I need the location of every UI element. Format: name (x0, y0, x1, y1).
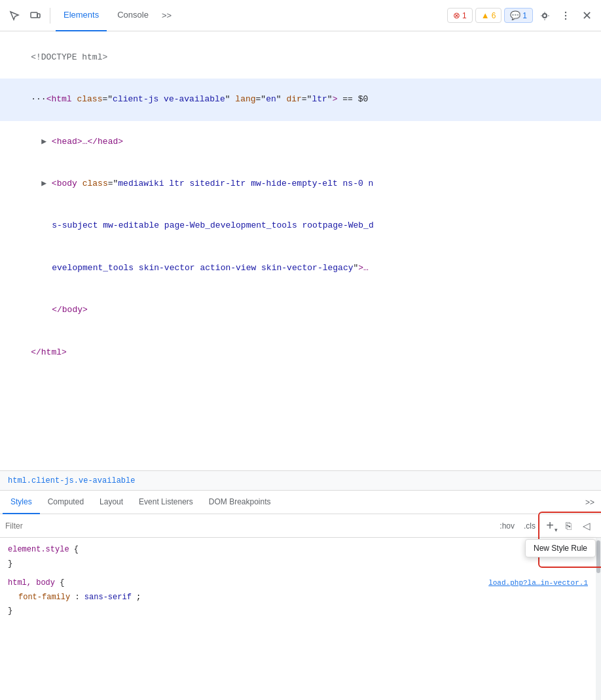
error-count: 1 (462, 11, 467, 20)
add-new-rule-button[interactable]: + ▾ (541, 517, 559, 535)
dom-html-line[interactable]: ···<html class="client-js ve-available" … (0, 79, 601, 120)
tab-layout[interactable]: Layout (92, 491, 131, 514)
dom-html-close-line[interactable]: </html> (0, 332, 601, 374)
head-expand-arrow[interactable]: ▶ (41, 137, 46, 147)
filter-bar: :hov .cls + ▾ ⎘ ◁ New Style Rule (0, 514, 601, 538)
svg-rect-0 (31, 12, 37, 18)
dom-head-line[interactable]: ▶ <head>…</head> (0, 121, 601, 163)
scrollbar-thumb[interactable] (596, 540, 600, 573)
tab-dom-breakpoints[interactable]: DOM Breakpoints (201, 491, 279, 514)
css-rule-html-body-close: } (8, 604, 588, 619)
toolbar-divider (50, 8, 50, 24)
close-icon: ✕ (582, 9, 592, 23)
css-property-font-family[interactable]: font-family : sans-serif ; (8, 591, 588, 605)
copy-styles-button[interactable]: ⎘ (559, 517, 577, 535)
css-rules-container: element.style { } html, body { load. (0, 538, 596, 629)
tab-console[interactable]: Console (109, 0, 156, 31)
warning-badge[interactable]: ▲ 6 (475, 8, 502, 23)
dom-body-line-1[interactable]: ▶ <body class="mediawiki ltr sitedir-ltr… (0, 163, 601, 205)
css-rule-selector-line[interactable]: element.style { (8, 543, 588, 557)
css-rule-close-line: } (8, 557, 588, 572)
error-badge[interactable]: ⊗ 1 (447, 8, 473, 23)
info-count: 1 (522, 11, 527, 20)
css-rule-element-style: element.style { } (8, 543, 588, 571)
warning-count: 6 (492, 11, 496, 20)
breadcrumb-text[interactable]: html.client-js.ve-available (8, 476, 135, 485)
more-tabs-button[interactable]: >> (159, 7, 174, 24)
toggle-element-state-button[interactable]: ◁ (577, 517, 596, 535)
close-devtools-button[interactable]: ✕ (577, 7, 596, 25)
styles-panel: Styles Computed Layout Event Listeners D… (0, 491, 601, 700)
tab-event-listeners[interactable]: Event Listeners (131, 491, 201, 514)
plus-sub-icon: ▾ (555, 527, 558, 533)
warning-icon: ▲ (481, 10, 490, 20)
dom-panel: <!DOCTYPE html> ···<html class="client-j… (0, 31, 601, 471)
filter-actions: :hov .cls + ▾ ⎘ ◁ New Style Rule (496, 517, 596, 535)
tab-styles[interactable]: Styles (3, 491, 40, 514)
svg-point-2 (565, 11, 566, 12)
dom-doctype-line: <!DOCTYPE html> (0, 37, 601, 79)
css-rule-html-body: html, body { load.php?la…in-vector.1 fon… (8, 576, 588, 619)
css-rule-html-body-selector-line[interactable]: html, body { load.php?la…in-vector.1 (8, 576, 588, 591)
styles-content-wrapper: element.style { } html, body { load. (0, 538, 601, 700)
dom-body-line-3: evelopment_tools skin-vector action-view… (0, 247, 601, 289)
breadcrumb-bar: html.client-js.ve-available (0, 471, 601, 491)
svg-point-4 (565, 18, 566, 19)
styles-content-area: element.style { } html, body { load. (0, 538, 596, 700)
settings-button[interactable] (536, 7, 554, 25)
filter-input[interactable] (5, 521, 496, 531)
svg-point-3 (565, 14, 566, 16)
devtools-toolbar: Elements Console >> ⊗ 1 ▲ 6 💬 1 ✕ (0, 0, 601, 31)
info-icon: 💬 (510, 10, 520, 20)
styles-tabs: Styles Computed Layout Event Listeners D… (0, 491, 601, 514)
cls-filter-button[interactable]: .cls (520, 519, 539, 533)
new-style-rule-tooltip: New Style Rule (525, 539, 596, 557)
tab-computed[interactable]: Computed (40, 491, 92, 514)
doctype-text: <!DOCTYPE html> (31, 52, 107, 62)
new-style-rule-label: New Style Rule (534, 544, 587, 553)
device-toggle-button[interactable] (26, 7, 45, 25)
info-badge[interactable]: 💬 1 (504, 8, 533, 23)
triangle-left-icon: ◁ (583, 520, 591, 532)
svg-rect-1 (37, 14, 40, 18)
body-expand-arrow[interactable]: ▶ (41, 179, 46, 188)
hov-filter-button[interactable]: :hov (496, 519, 519, 533)
css-source-link[interactable]: load.php?la…in-vector.1 (488, 577, 588, 590)
dom-body-close-line[interactable]: </body> (0, 289, 601, 331)
badge-group: ⊗ 1 ▲ 6 💬 1 ✕ (447, 7, 596, 25)
error-icon: ⊗ (453, 10, 460, 20)
more-styles-tabs[interactable]: >> (581, 495, 598, 510)
new-rule-area: + ▾ ⎘ ◁ New Style Rule (541, 517, 596, 535)
plus-icon: + (546, 518, 554, 533)
element-style-selector: element.style (8, 545, 69, 554)
tab-elements[interactable]: Elements (56, 0, 107, 31)
clipboard-icon: ⎘ (566, 520, 572, 531)
inspect-element-button[interactable] (5, 7, 24, 25)
styles-scrollbar[interactable] (596, 538, 601, 700)
dom-body-line-2: s-subject mw-editable page-Web_developme… (0, 205, 601, 247)
more-options-button[interactable] (556, 7, 575, 25)
html-body-selector: html, body (8, 578, 55, 587)
